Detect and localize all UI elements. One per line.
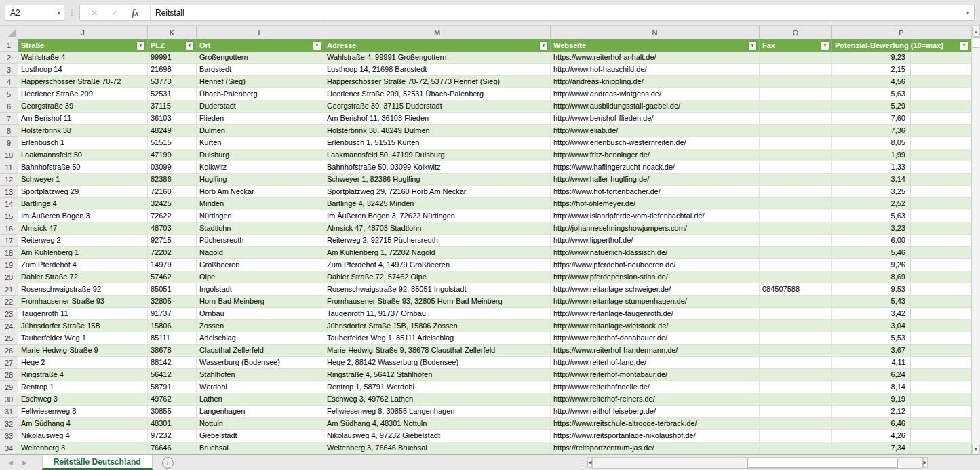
cell-strasse[interactable]: Heerlener Straße 209 [18, 88, 148, 100]
cell-fax[interactable] [760, 271, 832, 283]
row-header[interactable]: 33 [0, 430, 18, 442]
cell-fax[interactable] [760, 88, 832, 100]
cell-strasse[interactable]: Bahnhofstraße 50 [18, 161, 148, 174]
cell-plz[interactable]: 49762 [148, 393, 197, 406]
row-header[interactable]: 21 [0, 283, 18, 296]
cell-webseite[interactable]: http://www.andreas-wintgens.de/ [551, 88, 760, 100]
cell-webseite[interactable]: https://reitsportzentrum-jas.de/ [551, 442, 760, 454]
filter-button[interactable]: ▼ [313, 41, 321, 50]
cell-adresse[interactable]: Holsterbrink 38, 48249 Dülmen [324, 125, 551, 137]
cell-strasse[interactable]: Nikolausweg 4 [18, 430, 148, 442]
cell-fax[interactable] [760, 161, 832, 174]
row-header[interactable]: 11 [0, 161, 18, 174]
cell-webseite[interactable]: https://www.pferdehof-neubeeren.de/ [551, 259, 760, 271]
cell-ort[interactable]: Stahlhofen [197, 369, 324, 381]
column-header[interactable]: L [197, 26, 324, 39]
cell-plz[interactable]: 30855 [148, 406, 197, 418]
cell-plz[interactable]: 88142 [148, 357, 197, 369]
cell-rating[interactable]: 3,42 [832, 308, 971, 320]
cell-strasse[interactable]: Dahler Straße 72 [18, 271, 148, 283]
cell-webseite[interactable]: https://www.reitsportanlage-nikolaushof.… [551, 430, 760, 442]
cell-plz[interactable]: 36103 [148, 113, 197, 125]
cell-rating[interactable]: 5,46 [832, 247, 971, 259]
cell-strasse[interactable]: Schweyer 1 [18, 174, 148, 186]
row-header[interactable]: 19 [0, 259, 18, 271]
cell-ort[interactable]: Zossen [197, 320, 324, 332]
cell-rating[interactable]: 5,63 [832, 88, 971, 100]
column-header[interactable]: P [832, 26, 971, 39]
cell-plz[interactable]: 82386 [148, 174, 197, 186]
scroll-down-icon[interactable]: ▼ [972, 444, 980, 454]
row-header[interactable]: 18 [0, 247, 18, 259]
cell-webseite[interactable]: https://www.reitschule-altrogge-terbrack… [551, 418, 760, 430]
cell-strasse[interactable]: Ringstraße 4 [18, 369, 148, 381]
cell-fax[interactable] [760, 308, 832, 320]
cell-rating[interactable]: 8,14 [832, 381, 971, 393]
cell-webseite[interactable]: http://www.pferdepension-stinn.de/ [551, 271, 760, 283]
cell-strasse[interactable]: Fromhausener Straße 93 [18, 296, 148, 308]
row-header[interactable]: 26 [0, 345, 18, 357]
cell-fax[interactable] [760, 64, 832, 76]
vertical-scrollbar-thumb[interactable] [973, 37, 979, 48]
cell-strasse[interactable]: Bartlinge 4 [18, 198, 148, 210]
cell-plz[interactable]: 72202 [148, 247, 197, 259]
scrollbar-grip-icon[interactable]: ⋮ [578, 457, 587, 469]
cell-fax[interactable] [760, 125, 832, 137]
cell-rating[interactable]: 3,14 [832, 174, 971, 186]
cell-plz[interactable]: 72160 [148, 186, 197, 198]
column-header[interactable]: O [760, 26, 832, 39]
cell-webseite[interactable]: http://www.eliab.de/ [551, 125, 760, 137]
cell-strasse[interactable]: Weitenberg 3 [18, 442, 148, 454]
cell-rating[interactable]: 5,53 [832, 332, 971, 345]
cell-strasse[interactable]: Georgstraße 39 [18, 100, 148, 113]
cell-ort[interactable]: Werdohl [197, 381, 324, 393]
cell-webseite[interactable]: http://www.reitanlage-taugenroth.de/ [551, 308, 760, 320]
cell-strasse[interactable]: Am Berishof 11 [18, 113, 148, 125]
cell-webseite[interactable]: http://www.reiterhofnoelle.de/ [551, 381, 760, 393]
cell-strasse[interactable]: Taugenroth 11 [18, 308, 148, 320]
cell-adresse[interactable]: Reiterweg 2, 92715 Püchersreuth [324, 235, 551, 247]
cell-fax[interactable] [760, 406, 832, 418]
cell-plz[interactable]: 21698 [148, 64, 197, 76]
cell-strasse[interactable]: Holsterbrink 38 [18, 125, 148, 137]
cell-webseite[interactable]: https://www.hof-fortenbacher.de/ [551, 186, 760, 198]
cell-rating[interactable]: 6,00 [832, 235, 971, 247]
cell-adresse[interactable]: Eschweg 3, 49762 Lathen [324, 393, 551, 406]
horizontal-scrollbar-track[interactable] [592, 457, 922, 469]
cell-plz[interactable]: 32425 [148, 198, 197, 210]
filter-button[interactable]: ▼ [136, 41, 145, 50]
cell-adresse[interactable]: Lusthoop 14, 21698 Bargstedt [324, 64, 551, 76]
horizontal-scrollbar[interactable]: ⋮ ◀ ▶ [578, 457, 928, 469]
cell-ort[interactable]: Ingolstadt [197, 283, 324, 296]
row-header[interactable]: 28 [0, 369, 18, 381]
cell-fax[interactable] [760, 320, 832, 332]
cell-fax[interactable] [760, 210, 832, 222]
row-header[interactable]: 9 [0, 137, 18, 149]
row-header[interactable]: 20 [0, 271, 18, 283]
cell-fax[interactable] [760, 381, 832, 393]
cell-rating[interactable]: 1,33 [832, 161, 971, 174]
filter-button[interactable]: ▼ [821, 41, 829, 50]
cell-ort[interactable]: Großengottern [197, 52, 324, 64]
row-header[interactable]: 8 [0, 125, 18, 137]
cell-plz[interactable]: 52531 [148, 88, 197, 100]
cell-plz[interactable]: 14979 [148, 259, 197, 271]
cell-ort[interactable]: Flieden [197, 113, 324, 125]
cell-adresse[interactable]: Sportplatzweg 29, 72160 Horb Am Neckar [324, 186, 551, 198]
cell-webseite[interactable]: http://johannesehningshowjumpers.com/ [551, 222, 760, 235]
cell-fax[interactable] [760, 357, 832, 369]
cell-webseite[interactable]: http://www.reiterhof-montabaur.de/ [551, 369, 760, 381]
cell-rating[interactable]: 3,25 [832, 186, 971, 198]
cell-plz[interactable]: 53773 [148, 76, 197, 88]
cell-webseite[interactable]: http://www.reiterhof-reiners.de/ [551, 393, 760, 406]
row-header[interactable]: 34 [0, 442, 18, 454]
cell-plz[interactable]: 99991 [148, 52, 197, 64]
vertical-scrollbar-track[interactable] [972, 49, 980, 444]
cell-webseite[interactable]: http://www.reitanlage-stumpenhagen.de/ [551, 296, 760, 308]
row-header[interactable]: 5 [0, 88, 18, 100]
cell-ort[interactable]: Stadtlohn [197, 222, 324, 235]
cell-strasse[interactable]: Rentrop 1 [18, 381, 148, 393]
row-header[interactable]: 29 [0, 381, 18, 393]
name-box[interactable]: A2 ▾ [5, 5, 64, 21]
cell-strasse[interactable]: Jühnsdorfer Straße 15B [18, 320, 148, 332]
